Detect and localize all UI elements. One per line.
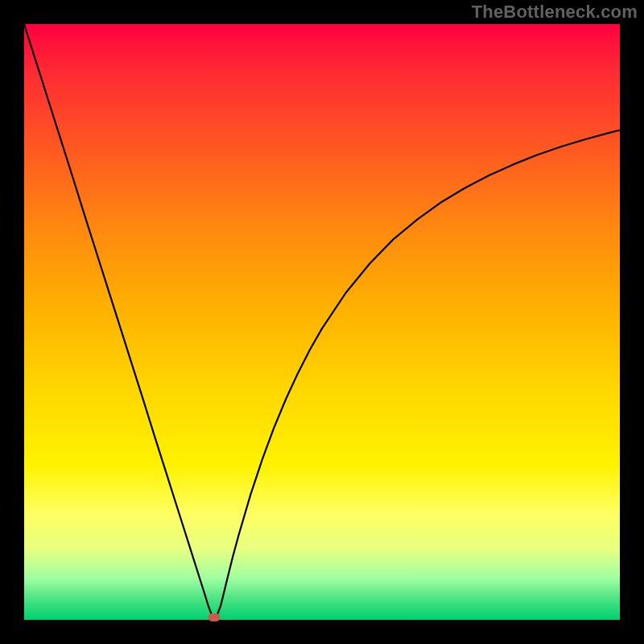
watermark-label: TheBottleneck.com [472, 2, 638, 23]
chart-frame: TheBottleneck.com [0, 0, 644, 644]
curve-layer [24, 24, 620, 620]
plot-area [24, 24, 620, 620]
minimum-marker [208, 613, 221, 621]
curve-path [24, 24, 620, 618]
